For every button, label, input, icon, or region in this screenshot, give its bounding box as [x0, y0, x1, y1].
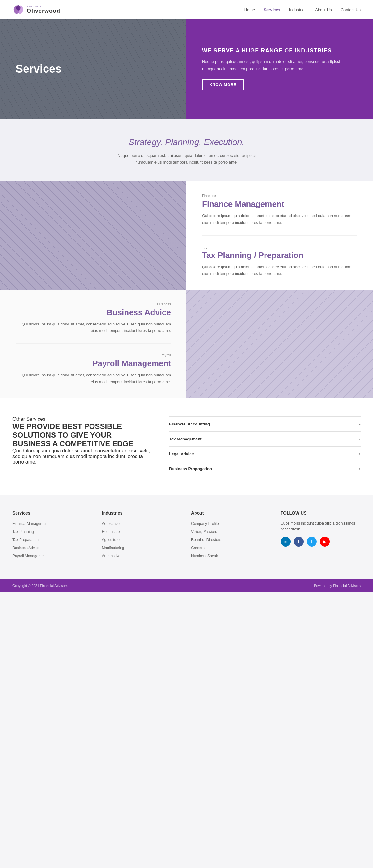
footer-bar: Copyright © 2021 Financial Advisors Powe… [0, 580, 373, 592]
hero-content: WE SERVE A HUGE RANGE OF INDUSTRIES Nequ… [186, 19, 373, 119]
footer-link-company-profile[interactable]: Company Profile [191, 521, 219, 526]
other-services-section: Other Services WE PROVIDE BEST POSSIBLE … [0, 398, 373, 495]
footer-col-about: About Company Profile Vision, Mission. B… [191, 510, 271, 561]
footer-follow-text: Quos mollis incidunt culpa officia digni… [281, 521, 361, 532]
svg-point-2 [16, 5, 20, 10]
social-icons: in f t ▶ [281, 537, 361, 547]
footer-services-list: Finance Management Tax Planning Tax Prep… [12, 521, 93, 558]
footer-link-numbers[interactable]: Numbers Speak [191, 554, 218, 558]
service-image-2 [186, 290, 373, 398]
footer-link-biz-advice[interactable]: Business Advice [12, 546, 39, 550]
nav-about[interactable]: About Us [315, 7, 332, 12]
service-label-4: Payroll [16, 353, 171, 357]
accordion-label-0: Financial Accounting [169, 422, 210, 426]
footer-link-finance-mgmt[interactable]: Finance Management [12, 521, 49, 526]
copyright-text: Copyright © 2021 Financial Advisors [12, 584, 67, 588]
strategy-description: Neque porro quisquam est, quilpsum quia … [112, 152, 261, 166]
hero-description: Neque porro quisquam est, quilpsum quia … [202, 58, 357, 72]
accordion-label-1: Tax Management [169, 437, 202, 441]
logo-icon [12, 4, 24, 16]
other-services-right: Financial Accounting ▸ Tax Management ▸ … [169, 416, 361, 476]
service-title-4: Payroll Management [16, 359, 171, 368]
accordion-arrow-3: ▸ [359, 466, 361, 471]
accordion-item-1[interactable]: Tax Management ▸ [169, 432, 361, 446]
nav-industries[interactable]: Industries [289, 7, 307, 12]
service-desc-2: Qui dolore ipsum quia dolor sit amet, co… [202, 264, 357, 277]
service-desc-4: Qui dolore ipsum quia dolor sit amet, co… [16, 372, 171, 385]
footer-link-vision-mission[interactable]: Vision, Mission. [191, 529, 217, 534]
nav-services[interactable]: Services [264, 7, 280, 12]
nav-links: Home Services Industries About Us Contac… [244, 7, 361, 12]
footer-industries-list: Aerospace Healthcare Agriculture Manifac… [102, 521, 182, 558]
service-title-3: Business Advice [16, 308, 171, 317]
service-image-1 [0, 181, 186, 289]
footer: Services Finance Management Tax Planning… [0, 495, 373, 580]
footer-link-tax-planning[interactable]: Tax Planning [12, 529, 34, 534]
services-section: Financce Finance Management Qui dolore i… [0, 181, 373, 398]
footer-col-services: Services Finance Management Tax Planning… [12, 510, 93, 561]
footer-link-automotive[interactable]: Automotive [102, 554, 121, 558]
accordion-item-3[interactable]: Business Propogation ▸ [169, 462, 361, 476]
footer-follow-heading: FOLLOW US [281, 510, 361, 516]
hero-section: Services WE SERVE A HUGE RANGE OF INDUST… [0, 19, 373, 119]
accordion-arrow-0: ▸ [359, 422, 361, 426]
footer-link-aerospace[interactable]: Aerospace [102, 521, 120, 526]
hero-subtitle: WE SERVE A HUGE RANGE OF INDUSTRIES [202, 48, 357, 54]
footer-link-manifacturing[interactable]: Manifacturing [102, 546, 124, 550]
accordion-list: Financial Accounting ▸ Tax Management ▸ … [169, 416, 361, 476]
accordion-item-2[interactable]: Legal Advice ▸ [169, 446, 361, 462]
footer-link-healthcare[interactable]: Healthcare [102, 529, 120, 534]
service-title-2: Tax Planning / Preparation [202, 251, 357, 260]
logo[interactable]: FINANCE Oliverwood [12, 4, 60, 16]
footer-link-payroll[interactable]: Payroll Management [12, 554, 47, 558]
hero-title: Services [16, 62, 61, 75]
logo-text: FINANCE Oliverwood [27, 5, 60, 14]
other-services-left: Other Services WE PROVIDE BEST POSSIBLE … [12, 416, 152, 465]
footer-about-list: Company Profile Vision, Mission. Board o… [191, 521, 271, 558]
powered-by-text: Powered by Financial Advisors [314, 584, 361, 588]
footer-industries-heading: Industries [102, 510, 182, 516]
twitter-icon[interactable]: t [307, 537, 317, 547]
service-label-2: Tax [202, 246, 207, 250]
nav-contact[interactable]: Contact Us [341, 7, 361, 12]
service-desc-1: Qui dolore ipsum quia dolor sit amet, co… [202, 213, 357, 226]
service-label-3: Business [16, 302, 171, 306]
strategy-title: Strategy. Planning. Execution. [12, 137, 361, 147]
footer-link-agriculture[interactable]: Agriculture [102, 537, 120, 542]
service-title-1: Finance Management [202, 199, 357, 209]
accordion-item-0[interactable]: Financial Accounting ▸ [169, 416, 361, 432]
youtube-icon[interactable]: ▶ [320, 537, 330, 547]
footer-about-heading: About [191, 510, 271, 516]
footer-col-follow: FOLLOW US Quos mollis incidunt culpa off… [281, 510, 361, 561]
other-services-label: Other Services [12, 416, 152, 422]
other-services-title: WE PROVIDE BEST POSSIBLE SOLUTIONS TO GI… [12, 422, 152, 448]
service-content-2: Business Business Advice Qui dolore ipsu… [0, 290, 186, 398]
accordion-arrow-1: ▸ [359, 437, 361, 441]
service-content-1: Financce Finance Management Qui dolore i… [186, 181, 373, 289]
footer-col-industries: Industries Aerospace Healthcare Agricult… [102, 510, 182, 561]
footer-services-heading: Services [12, 510, 93, 516]
hero-image: Services [0, 19, 186, 119]
strategy-section: Strategy. Planning. Execution. Neque por… [0, 119, 373, 181]
logo-name-label: Oliverwood [27, 8, 60, 14]
linkedin-icon[interactable]: in [281, 537, 291, 547]
navbar: FINANCE Oliverwood Home Services Industr… [0, 0, 373, 19]
footer-link-board[interactable]: Board of Directors [191, 537, 221, 542]
footer-grid: Services Finance Management Tax Planning… [12, 510, 361, 561]
facebook-icon[interactable]: f [294, 537, 304, 547]
service-label-1: Financce [202, 194, 357, 197]
know-more-button[interactable]: KNOW MORE [202, 79, 244, 90]
accordion-arrow-2: ▸ [359, 452, 361, 456]
footer-link-tax-prep[interactable]: Tax Preparation [12, 537, 38, 542]
service-desc-3: Qui dolore ipsum quia dolor sit amet, co… [16, 321, 171, 335]
footer-link-careers[interactable]: Careers [191, 546, 204, 550]
nav-home[interactable]: Home [244, 7, 255, 12]
accordion-label-2: Legal Advice [169, 452, 194, 456]
other-services-desc: Qui dolore ipsum quia dolor sit amet, co… [12, 448, 152, 465]
accordion-label-3: Business Propogation [169, 466, 212, 471]
